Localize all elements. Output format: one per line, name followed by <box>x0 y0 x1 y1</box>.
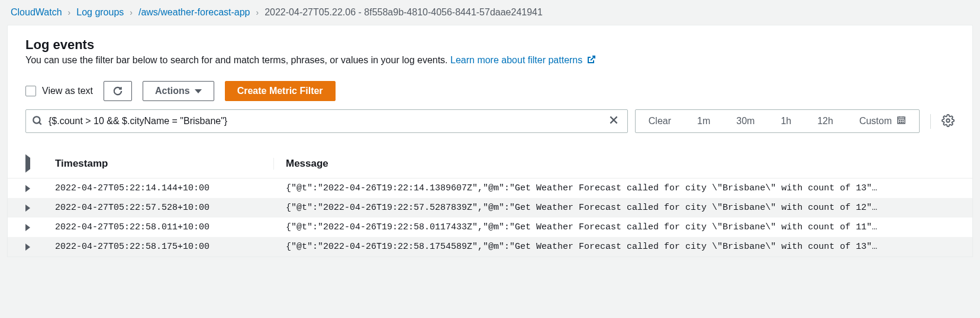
expand-row-icon[interactable] <box>25 224 30 231</box>
expand-row-icon[interactable] <box>25 185 30 192</box>
breadcrumb-stream[interactable]: /aws/weather-forecast-app <box>138 7 250 18</box>
time-custom-button[interactable]: Custom <box>846 110 919 132</box>
time-custom-label: Custom <box>859 116 892 126</box>
toolbar: View as text Actions Create Metric Filte… <box>8 73 972 109</box>
svg-point-2 <box>900 121 900 121</box>
time-12h-button[interactable]: 12h <box>804 110 846 132</box>
breadcrumb-current: 2022-04-27T05.22.06 - 8f558a9b-4810-4056… <box>265 7 543 18</box>
svg-point-5 <box>900 122 900 123</box>
col-timestamp-header[interactable]: Timestamp <box>55 158 274 170</box>
filter-input[interactable] <box>49 116 606 126</box>
time-30m-button[interactable]: 30m <box>723 110 768 132</box>
breadcrumb-loggroups[interactable]: Log groups <box>76 7 124 18</box>
row-message: {"@t":"2022-04-26T19:22:58.0117433Z","@m… <box>274 222 955 232</box>
time-range-buttons: Clear 1m 30m 1h 12h Custom <box>635 109 920 133</box>
row-timestamp: 2022-04-27T05:22:58.011+10:00 <box>55 222 274 232</box>
view-as-text-checkbox[interactable] <box>25 86 36 96</box>
row-message: {"@t":"2022-04-26T19:22:14.1389607Z","@m… <box>274 183 955 193</box>
learn-more-link[interactable]: Learn more about filter patterns <box>450 55 596 65</box>
settings-icon[interactable] <box>942 114 955 129</box>
description-text: You can use the filter bar below to sear… <box>25 55 450 65</box>
external-link-icon <box>586 55 596 67</box>
svg-point-7 <box>903 122 904 123</box>
log-table: Timestamp Message 2022-04-27T05:22:14.14… <box>8 150 972 257</box>
actions-label: Actions <box>155 86 190 96</box>
breadcrumb: CloudWatch › Log groups › /aws/weather-f… <box>0 0 980 25</box>
row-timestamp: 2022-04-27T05:22:14.144+10:00 <box>55 183 274 193</box>
table-row[interactable]: 2022-04-27T05:22:57.528+10:00{"@t":"2022… <box>8 198 972 218</box>
log-events-panel: Log events You can use the filter bar be… <box>7 25 973 257</box>
page-description: You can use the filter bar below to sear… <box>25 55 955 67</box>
actions-button[interactable]: Actions <box>143 81 214 101</box>
row-message: {"@t":"2022-04-26T19:22:57.5287839Z","@m… <box>274 203 955 213</box>
learn-more-text: Learn more about filter patterns <box>450 55 582 65</box>
svg-point-3 <box>901 121 902 121</box>
filter-row: Clear 1m 30m 1h 12h Custom <box>8 109 972 145</box>
table-row[interactable]: 2022-04-27T05:22:58.011+10:00{"@t":"2022… <box>8 218 972 237</box>
svg-point-4 <box>903 121 904 121</box>
col-message-header[interactable]: Message <box>274 158 955 170</box>
svg-point-6 <box>901 122 902 123</box>
chevron-right-icon: › <box>130 8 133 17</box>
chevron-right-icon: › <box>68 8 71 17</box>
time-clear-button[interactable]: Clear <box>636 110 684 132</box>
time-1h-button[interactable]: 1h <box>768 110 804 132</box>
caret-down-icon <box>195 89 202 93</box>
chevron-right-icon: › <box>256 8 259 17</box>
row-timestamp: 2022-04-27T05:22:58.175+10:00 <box>55 242 274 252</box>
search-icon <box>32 115 43 128</box>
expand-all-icon[interactable] <box>25 154 30 173</box>
svg-point-0 <box>33 116 40 123</box>
expand-row-icon[interactable] <box>25 244 30 251</box>
svg-point-8 <box>946 119 950 122</box>
expand-row-icon[interactable] <box>25 205 30 212</box>
row-message: {"@t":"2022-04-26T19:22:58.1754589Z","@m… <box>274 242 955 252</box>
create-metric-filter-button[interactable]: Create Metric Filter <box>225 81 336 101</box>
table-row[interactable]: 2022-04-27T05:22:14.144+10:00{"@t":"2022… <box>8 179 972 198</box>
breadcrumb-cloudwatch[interactable]: CloudWatch <box>11 7 62 18</box>
view-as-text-label: View as text <box>42 86 93 96</box>
clear-input-icon[interactable] <box>606 115 621 128</box>
refresh-button[interactable] <box>104 81 132 101</box>
refresh-icon <box>112 86 123 96</box>
calendar-icon <box>897 115 906 127</box>
page-title: Log events <box>25 37 955 53</box>
time-1m-button[interactable]: 1m <box>684 110 723 132</box>
filter-input-wrap[interactable] <box>25 109 628 133</box>
table-header: Timestamp Message <box>8 150 972 179</box>
table-row[interactable]: 2022-04-27T05:22:58.175+10:00{"@t":"2022… <box>8 237 972 257</box>
row-timestamp: 2022-04-27T05:22:57.528+10:00 <box>55 203 274 213</box>
